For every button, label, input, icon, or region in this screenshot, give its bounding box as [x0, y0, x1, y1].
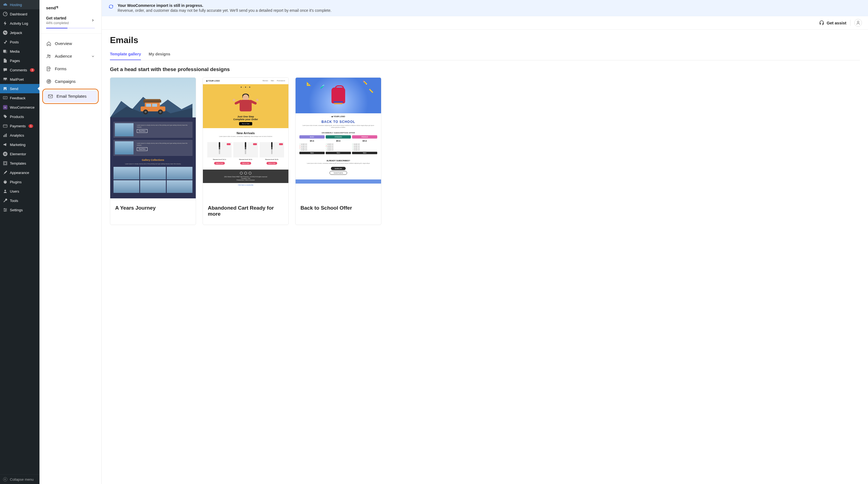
- comment-icon: [3, 67, 8, 73]
- template-preview: ◆ YOUR LOGOWomenMenPromotions ✦ · ✦ · ✦ …: [203, 78, 288, 198]
- elementor-icon: [3, 151, 8, 156]
- svg-rect-23: [57, 6, 57, 8]
- svg-rect-4: [5, 87, 5, 89]
- wp-item-label: Analytics: [10, 133, 24, 138]
- svg-rect-38: [152, 104, 157, 107]
- wp-item-marketing[interactable]: Marketing: [0, 140, 39, 149]
- wp-item-analytics[interactable]: Analytics: [0, 131, 39, 140]
- svg-rect-18: [4, 162, 7, 165]
- send-nav-forms[interactable]: Forms: [42, 63, 99, 75]
- tab-my-designs[interactable]: My designs: [149, 49, 170, 60]
- template-preview: Lorem ipsum is simply dummy text of the …: [110, 78, 196, 198]
- wp-item-label: Templates: [10, 161, 26, 166]
- template-title: Back to School Offer: [296, 198, 381, 219]
- wp-item-label: Activity Log: [10, 21, 28, 26]
- wp-item-posts[interactable]: Posts: [0, 37, 39, 47]
- wp-item-media[interactable]: Media: [0, 47, 39, 56]
- wp-item-appearance[interactable]: Appearance: [0, 168, 39, 177]
- send-sidebar: send Get started 44% completed Overview …: [39, 0, 102, 484]
- plugin-icon: [3, 179, 8, 184]
- wp-item-label: Tools: [10, 199, 18, 203]
- wp-item-label: Comments: [10, 68, 27, 72]
- wp-item-label: MailPoet: [10, 77, 24, 82]
- progress-bar: [46, 28, 95, 29]
- wp-item-label: Plugins: [10, 180, 22, 184]
- wp-item-comments[interactable]: Comments3: [0, 65, 39, 75]
- wp-item-templates[interactable]: Templates: [0, 159, 39, 168]
- wp-item-label: Dashboard: [10, 12, 27, 16]
- template-title: A Years Journey: [110, 198, 196, 219]
- wp-item-label: Marketing: [10, 143, 26, 147]
- svg-rect-15: [5, 153, 6, 153]
- audience-icon: [46, 54, 52, 59]
- tab-template-gallery[interactable]: Template gallery: [110, 49, 141, 60]
- wp-item-products[interactable]: Products: [0, 112, 39, 121]
- svg-point-25: [48, 55, 49, 56]
- wp-item-mailpoet[interactable]: MailPoet: [0, 75, 39, 84]
- send-nav-audience[interactable]: Audience: [42, 50, 99, 62]
- svg-rect-37: [146, 104, 151, 107]
- wp-item-users[interactable]: Users: [0, 187, 39, 196]
- templates-grid: Lorem ipsum is simply dummy text of the …: [110, 77, 860, 225]
- svg-rect-16: [5, 154, 6, 154]
- wp-item-settings[interactable]: Settings: [0, 205, 39, 215]
- wp-item-label: Pages: [10, 59, 20, 63]
- template-card[interactable]: 📐 ✏️ 📏 🧪 ◆ YOUR LOGO BACK TO SCHOOL Lore…: [295, 77, 381, 225]
- woo-icon: W: [3, 105, 8, 110]
- send-nav-campaigns[interactable]: Campaigns: [42, 76, 99, 88]
- main-content: Your WooCommerce import is still in prog…: [102, 0, 868, 484]
- template-card[interactable]: Lorem ipsum is simply dummy text of the …: [110, 77, 196, 225]
- wp-item-hosting[interactable]: Hosting: [0, 0, 39, 9]
- send-nav-email-templates[interactable]: Email Templates: [44, 90, 97, 102]
- feedback-icon: [3, 95, 8, 101]
- wp-item-activity-log[interactable]: Activity Log: [0, 19, 39, 28]
- wp-item-feedback[interactable]: Feedback: [0, 93, 39, 103]
- svg-point-44: [159, 111, 161, 113]
- wp-item-label: Payments: [10, 124, 26, 128]
- get-assist-label: Get assist: [827, 21, 846, 25]
- brush-icon: [3, 170, 8, 175]
- get-assist-button[interactable]: Get assist: [819, 20, 846, 26]
- svg-point-20: [4, 190, 6, 191]
- get-started-widget[interactable]: Get started 44% completed: [39, 16, 101, 34]
- template-title: Abandoned Cart Ready for more: [203, 198, 288, 225]
- jetpack-icon: [3, 30, 8, 35]
- wp-item-woocommerce[interactable]: WWooCommerce: [0, 103, 39, 112]
- svg-rect-3: [4, 87, 5, 90]
- wp-item-label: Users: [10, 189, 19, 194]
- send-nav-label: Campaigns: [55, 79, 76, 84]
- wp-item-dashboard[interactable]: Dashboard: [0, 9, 39, 19]
- svg-rect-24: [57, 6, 58, 8]
- payments-badge: 1: [29, 124, 33, 128]
- gauge-icon: [3, 11, 8, 17]
- comments-badge: 3: [30, 68, 35, 72]
- wp-item-elementor[interactable]: Elementor: [0, 149, 39, 159]
- templates-icon: [3, 161, 8, 166]
- wp-item-send[interactable]: Send: [0, 84, 39, 93]
- wp-item-tools[interactable]: Tools: [0, 196, 39, 205]
- tabs: Template gallery My designs: [110, 49, 860, 60]
- wp-item-pages[interactable]: Pages: [0, 56, 39, 65]
- user-icon: [856, 20, 861, 25]
- analytics-icon: [3, 133, 8, 138]
- wp-item-payments[interactable]: Payments1: [0, 121, 39, 131]
- payments-icon: [3, 123, 8, 129]
- wp-item-plugins[interactable]: Plugins: [0, 177, 39, 187]
- users-icon: [3, 189, 8, 194]
- wp-item-label: Feedback: [10, 96, 26, 100]
- svg-rect-39: [144, 100, 161, 103]
- wrench-icon: [3, 198, 8, 203]
- wp-item-label: Media: [10, 49, 20, 54]
- wp-collapse-menu[interactable]: Collapse menu: [0, 475, 39, 484]
- svg-point-1: [3, 30, 7, 35]
- user-avatar-button[interactable]: [854, 19, 862, 27]
- product-icon: [3, 114, 8, 119]
- wp-item-jetpack[interactable]: Jetpack: [0, 28, 39, 37]
- svg-rect-11: [5, 134, 5, 137]
- svg-rect-10: [4, 135, 4, 137]
- media-icon: [3, 49, 8, 54]
- marketing-icon: [3, 142, 8, 147]
- svg-rect-5: [6, 87, 7, 90]
- template-card[interactable]: ◆ YOUR LOGOWomenMenPromotions ✦ · ✦ · ✦ …: [203, 77, 289, 225]
- send-nav-overview[interactable]: Overview: [42, 37, 99, 50]
